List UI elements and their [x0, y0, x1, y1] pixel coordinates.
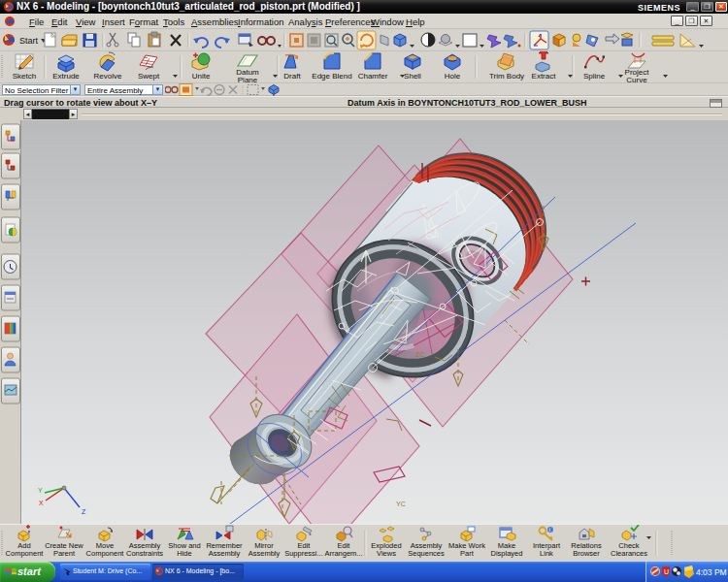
svg-text:YC: YC: [396, 501, 406, 507]
svg-text:ZC: ZC: [415, 351, 424, 358]
svg-text:i: i: [549, 527, 550, 533]
svg-text:Start: Start: [19, 36, 39, 46]
svg-text:X: X: [39, 500, 44, 506]
svg-text:U: U: [664, 568, 669, 575]
svg-text:Y: Y: [38, 487, 43, 494]
svg-text:Z: Z: [82, 508, 86, 515]
